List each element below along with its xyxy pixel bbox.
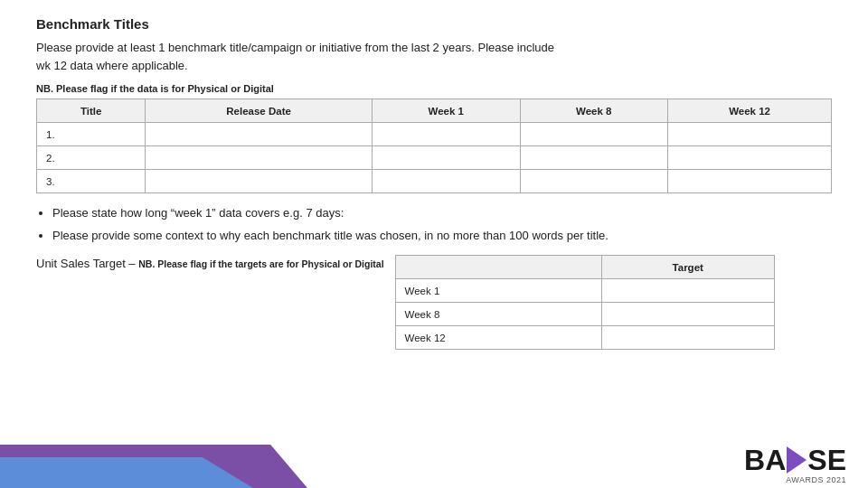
bullet-item-1: Please state how long “week 1” data cove… <box>52 204 832 222</box>
bullet-list: Please state how long “week 1” data cove… <box>36 204 832 244</box>
nb-note-benchmark: NB. Please flag if the data is for Physi… <box>36 83 832 94</box>
row1-week12 <box>668 123 832 146</box>
row3-week1 <box>372 170 520 193</box>
row2-week8 <box>520 146 668 170</box>
us-value-week1 <box>601 279 774 303</box>
unit-sales-table-wrap: Target Week 1 Week 8 Week 12 <box>395 255 832 361</box>
logo-letter-b: B <box>744 444 765 477</box>
row2-title: 2. <box>37 146 146 170</box>
us-label-week12: Week 12 <box>395 326 601 350</box>
base-logo-container: B A S E AWARDS 2021 <box>744 443 846 484</box>
row2-week1 <box>372 146 520 170</box>
col-header-week12: Week 12 <box>668 99 832 123</box>
unit-sales-nb: NB. Please flag if the targets are for P… <box>138 258 383 269</box>
unit-sales-table: Target Week 1 Week 8 Week 12 <box>395 255 775 350</box>
us-row-week12: Week 12 <box>395 326 774 350</box>
table-row: 3. <box>37 170 832 193</box>
table-row: 1. <box>37 123 832 146</box>
logo-letter-a: A <box>765 444 786 477</box>
col-header-release-date: Release Date <box>146 99 373 123</box>
us-row-week8: Week 8 <box>395 303 774 326</box>
bottom-bar <box>0 445 868 488</box>
logo-letter-e: E <box>827 444 846 477</box>
us-label-week8: Week 8 <box>395 303 601 326</box>
us-value-week8 <box>601 303 774 326</box>
row2-week12 <box>668 146 832 170</box>
section-title: Benchmark Titles <box>36 16 832 32</box>
row1-week8 <box>520 123 668 146</box>
row2-release-date <box>146 146 373 170</box>
benchmark-table: Title Release Date Week 1 Week 8 Week 12… <box>36 99 832 193</box>
us-value-week12 <box>601 326 774 350</box>
table-row: 2. <box>37 146 832 170</box>
svg-marker-0 <box>787 446 807 474</box>
us-col-target: Target <box>601 256 774 279</box>
col-header-title: Title <box>37 99 146 123</box>
col-header-week1: Week 1 <box>372 99 520 123</box>
row3-week8 <box>520 170 668 193</box>
us-row-week1: Week 1 <box>395 279 774 303</box>
row1-release-date <box>146 123 373 146</box>
unit-sales-section: Unit Sales Target – NB. Please flag if t… <box>36 255 832 361</box>
unit-sales-label: Unit Sales Target – NB. Please flag if t… <box>36 255 384 270</box>
logo-letter-s: S <box>807 444 826 477</box>
us-col-empty <box>395 256 601 279</box>
row3-week12 <box>668 170 832 193</box>
description: Please provide at least 1 benchmark titl… <box>36 39 832 74</box>
row3-release-date <box>146 170 373 193</box>
logo-play-icon <box>787 443 807 477</box>
col-header-week8: Week 8 <box>520 99 668 123</box>
row1-title: 1. <box>37 123 146 146</box>
bullet-item-2: Please provide some context to why each … <box>52 227 832 245</box>
logo-main: B A S E <box>744 443 846 477</box>
row3-title: 3. <box>37 170 146 193</box>
us-label-week1: Week 1 <box>395 279 601 303</box>
row1-week1 <box>372 123 520 146</box>
main-content: Benchmark Titles Please provide at least… <box>0 0 868 361</box>
